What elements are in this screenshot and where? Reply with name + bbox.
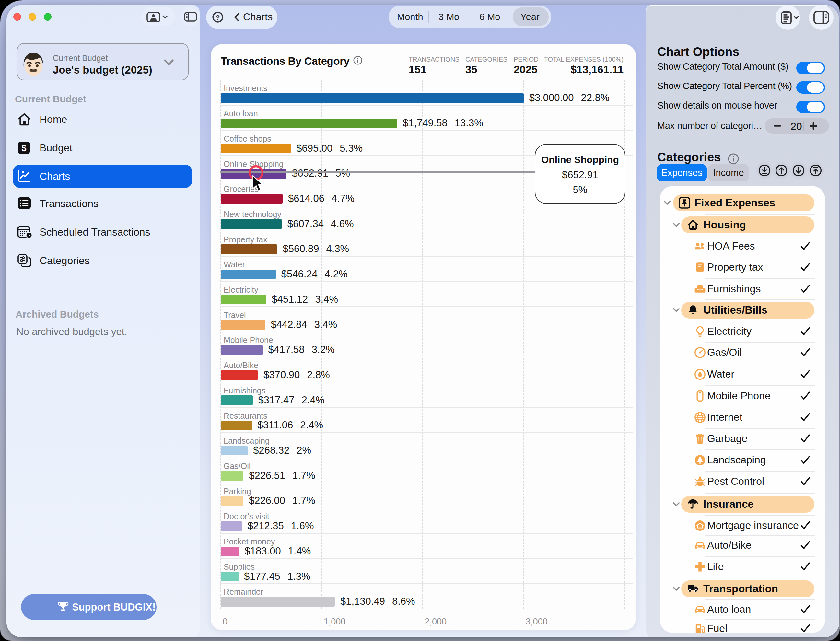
svg-text:$: $ [21, 143, 26, 153]
svg-text:?: ? [216, 14, 220, 21]
